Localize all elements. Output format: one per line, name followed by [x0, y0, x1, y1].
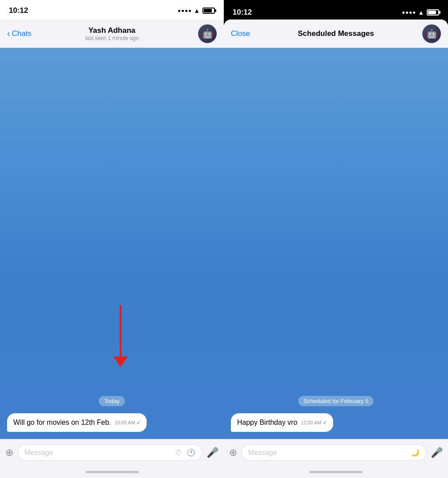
input-placeholder-right: Message: [248, 449, 407, 457]
nav-bar-left: ‹ Chats Yash Adhana last seen 1 minute a…: [0, 20, 224, 48]
input-actions-left: ⏱ 🕐: [175, 448, 195, 457]
signal-dots-right: [402, 12, 415, 14]
message-bubble-left: Will go for movies on 12th Feb. 10:05 AM…: [7, 413, 147, 432]
schedule-icon-left[interactable]: ⏱: [175, 449, 182, 457]
status-icons-left: ▲: [178, 7, 215, 14]
messages-right: Scheduled for February 5 Happy Birthday …: [224, 385, 448, 439]
message-input-right[interactable]: Message 🌙: [242, 444, 426, 461]
nav-center-left: Yash Adhana last seen 1 minute ago: [85, 26, 139, 41]
status-time-left: 10:12: [9, 6, 28, 15]
rdot3: [409, 12, 412, 14]
right-panel: 10:12 ▲ Close Scheduled Messages 🤖: [224, 0, 448, 478]
message-time-left: 10:05 AM ✓: [115, 419, 141, 426]
battery-icon-left: [203, 8, 215, 14]
message-text-right: Happy Birthday vro: [237, 419, 297, 426]
nav-bar-right: Close Scheduled Messages 🤖: [224, 20, 448, 48]
check-mark-right: ✓: [323, 420, 327, 425]
back-label[interactable]: Chats: [12, 29, 31, 38]
avatar-emoji-left: 🤖: [202, 28, 213, 39]
home-indicator-right: [224, 466, 448, 478]
close-button[interactable]: Close: [231, 29, 250, 38]
rdot1: [402, 12, 405, 14]
battery-fill-left: [204, 9, 212, 12]
date-badge-text-left: Today: [99, 396, 125, 406]
status-time-right: 10:12: [233, 8, 252, 17]
home-bar-right: [309, 471, 362, 473]
contact-name: Yash Adhana: [85, 26, 139, 35]
input-bar-right: ⊕ Message 🌙 🎤: [224, 439, 448, 466]
input-placeholder-left: Message: [24, 449, 171, 457]
input-actions-right: 🌙: [411, 448, 420, 457]
check-mark-left: ✓: [136, 420, 140, 425]
dot4: [189, 10, 191, 12]
message-bubble-right: Happy Birthday vro 12:00 AM ✓: [231, 413, 333, 432]
date-badge-left: Today: [7, 396, 217, 406]
mic-icon-left[interactable]: 🎤: [206, 447, 218, 458]
red-arrow-line: [120, 305, 121, 358]
status-icons-right: ▲: [402, 9, 439, 16]
red-arrow-annotation: [120, 305, 121, 358]
avatar-right[interactable]: 🤖: [422, 24, 441, 43]
attachment-icon-right[interactable]: ⊕: [229, 447, 237, 458]
scheduled-messages-title: Scheduled Messages: [298, 29, 374, 38]
status-bar-left: 10:12 ▲: [0, 0, 224, 20]
time-value-right: 12:00 AM: [301, 420, 321, 425]
scheduled-badge-text: Scheduled for February 5: [298, 396, 374, 406]
battery-cap-left: [215, 9, 216, 12]
status-bar-right: 10:12 ▲: [224, 0, 448, 20]
chevron-left-icon: ‹: [7, 28, 10, 39]
wifi-icon-right: ▲: [418, 9, 424, 16]
last-seen: last seen 1 minute ago: [85, 35, 139, 41]
message-input-left[interactable]: Message ⏱ 🕐: [18, 444, 202, 461]
home-bar-left: [86, 471, 139, 473]
avatar-left[interactable]: 🤖: [198, 24, 217, 43]
home-indicator-left: [0, 466, 224, 478]
message-text-left: Will go for movies on 12th Feb.: [13, 419, 111, 426]
chat-area-left: Today Will go for movies on 12th Feb. 10…: [0, 48, 224, 439]
scheduled-badge: Scheduled for February 5: [231, 396, 441, 406]
avatar-emoji-right: 🤖: [426, 28, 437, 39]
attachment-icon-left[interactable]: ⊕: [5, 447, 13, 458]
messages-left: Today Will go for movies on 12th Feb. 10…: [0, 385, 224, 439]
wifi-icon-left: ▲: [194, 7, 200, 14]
dot2: [182, 10, 184, 12]
moon-icon-right[interactable]: 🌙: [411, 448, 420, 457]
modal-sheet: Close Scheduled Messages 🤖 Scheduled for…: [224, 20, 448, 478]
clock-icon-left[interactable]: 🕐: [187, 448, 195, 457]
dot1: [178, 10, 180, 12]
back-button[interactable]: ‹ Chats: [7, 28, 31, 39]
rdot2: [406, 12, 408, 14]
input-bar-left: ⊕ Message ⏱ 🕐 🎤: [0, 439, 224, 466]
message-time-right: 12:00 AM ✓: [301, 419, 327, 426]
battery-fill-right: [428, 11, 436, 14]
time-value-left: 10:05 AM: [115, 420, 135, 425]
rdot4: [413, 12, 415, 14]
dot3: [185, 10, 187, 12]
battery-cap-right: [439, 11, 440, 14]
left-panel: 10:12 ▲ ‹ Chats Yash Adhana last seen 1 …: [0, 0, 224, 478]
nav-center-right: Scheduled Messages: [298, 29, 374, 38]
chat-area-right: Scheduled for February 5 Happy Birthday …: [224, 48, 448, 439]
mic-icon-right[interactable]: 🎤: [431, 447, 443, 458]
signal-dots-left: [178, 10, 191, 12]
battery-icon-right: [427, 9, 439, 16]
